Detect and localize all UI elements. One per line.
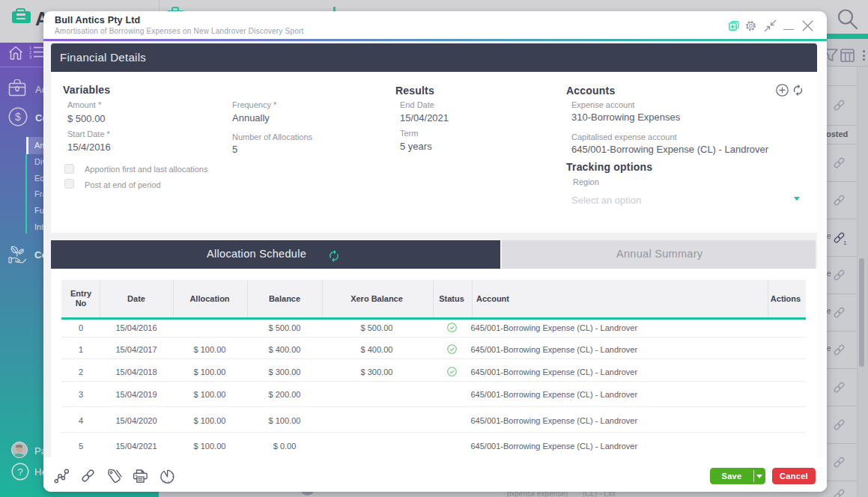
svg-text:?: ? xyxy=(17,466,23,478)
svg-text:3: 3 xyxy=(29,55,31,58)
svg-text:$: $ xyxy=(15,111,21,123)
